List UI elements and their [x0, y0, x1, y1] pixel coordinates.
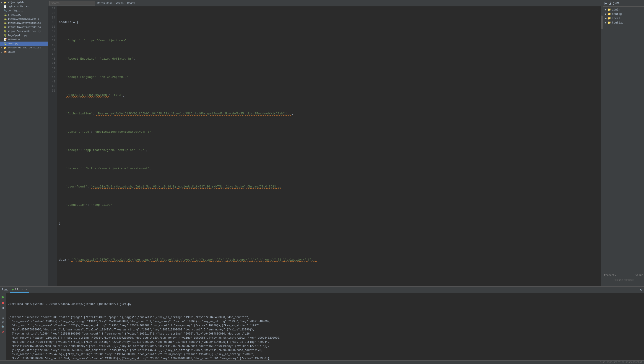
code-line-43: } [59, 221, 599, 226]
sidebar-scratches-label: Scratches and Consoles [8, 46, 41, 49]
sidebar-item-investmentsspider[interactable]: 🐍 itjuziInvestmentsSpidc [0, 25, 48, 29]
sidebar-label: logoSpyder.py [8, 34, 27, 37]
right-panel: ▶ 🗄 juzi ▶ 📁 admin ▶ 📁 config ▶ 📁 local … [603, 0, 644, 286]
property-column-header: Property [604, 274, 616, 277]
folder-icon: 📁 [4, 46, 7, 49]
run-controls: ▶ ■ ⏸ ↓ ≡ ⚙ 🔍 ✕ [0, 293, 6, 360]
code-content[interactable]: headers = { 'Origin': 'https://www.itjuz… [57, 7, 601, 286]
sidebar: ▼ 📁 ITjuziSpider 📄 .gitattributes 🔧 conf… [0, 0, 48, 286]
run-play-button[interactable]: ▶ [1, 294, 5, 300]
right-panel-db-icon: 🗄 [608, 1, 612, 6]
run-command-path: /usr/local/bin/python3.7 /Users/pasca/De… [8, 302, 642, 306]
run-output-text: {"status":"success","code":200,"data":{"… [8, 315, 642, 360]
tree-item-label: toutiao [612, 21, 623, 25]
sidebar-label: 外部库 [8, 50, 15, 54]
sidebar-item-itjuzispider[interactable]: ▼ 📁 ITjuziSpider [0, 1, 48, 5]
vertical-scrollbar[interactable] [601, 7, 603, 286]
run-stop-button[interactable]: ■ [2, 300, 5, 305]
sidebar-label: config.ini [8, 9, 23, 12]
tree-expand-icon: ▶ [605, 17, 606, 20]
sidebar-label: itjuziInvesteventSpide [8, 22, 41, 25]
code-line-34: 'Accept-Encoding': 'gzip, deflate, br', [59, 57, 599, 61]
run-step-button[interactable]: ≡ [2, 316, 4, 320]
sidebar-item-gitattributes[interactable]: 📄 .gitattributes [0, 5, 48, 9]
tree-item-admin[interactable]: ▶ 📁 admin [604, 8, 643, 12]
run-filter-button[interactable]: 🔍 [1, 325, 5, 329]
run-tab-label: ITjuzi [15, 288, 25, 291]
code-line-45: data = '{\"pagetotal\":58797,\"total\":0… [59, 258, 599, 262]
folder-icon: 📁 [608, 8, 611, 12]
line-numbers: 32 33 34 35 36 37 38 39 40 41 42 43 44 4… [48, 7, 57, 286]
folder-icon: 📦 [4, 51, 7, 54]
tree-expand-icon: ▶ [605, 21, 606, 25]
sidebar-item-investeventspider[interactable]: 🐍 itjuziInvesteventSpide [0, 21, 48, 25]
sidebar-label: ITjuzi.py [8, 14, 21, 16]
run-tab-close-button[interactable]: ✕ [26, 288, 27, 291]
tree-item-config[interactable]: ▶ 📁 config [604, 12, 643, 16]
sidebar-item-scratches[interactable]: ▶ 📁 Scratches and Consoles [0, 46, 48, 50]
sidebar-label: .gitattributes [8, 5, 29, 8]
run-output[interactable]: /usr/local/bin/python3.7 /Users/pasca/De… [6, 293, 644, 360]
python-icon: 🐍 [4, 22, 7, 25]
sidebar-item-waiku[interactable]: ▶ 📦 外部库 [0, 50, 48, 54]
sidebar-item-personsspider[interactable]: 🐍 itjuziPersonsSpider.py [0, 29, 48, 33]
search-bar: Match Case Words Regex [48, 0, 603, 7]
sidebar-item-config-ini[interactable]: 🔧 config.ini [0, 9, 48, 13]
run-settings-icon[interactable]: ⚙ [640, 288, 642, 292]
footer-text: blog.csdn.net/qingjiianchen0851 [600, 361, 642, 363]
run-panel: Run: ▶ ITjuzi ✕ ⚙ ▶ ■ ⏸ ↓ ≡ ⚙ 🔍 ✕ /usr/l… [0, 286, 644, 364]
run-settings-small-button[interactable]: ⚙ [1, 320, 5, 324]
code-line-44 [59, 239, 599, 244]
code-line-37: 'Authorization': 'Bearer eyJ0eXAiOiJKV1Q… [59, 111, 599, 116]
sidebar-label: itjuziCompanySpider.p [8, 18, 40, 20]
value-column-header: Value [636, 274, 643, 277]
tree-expand-icon: ▶ [605, 8, 606, 12]
run-body: ▶ ■ ⏸ ↓ ≡ ⚙ 🔍 ✕ /usr/local/bin/python3.7… [0, 293, 644, 360]
code-line-38: 'Content-Type': 'application/json;charse… [59, 130, 599, 134]
right-panel-title: juzi [613, 2, 620, 5]
run-clear-button[interactable]: ✕ [1, 329, 5, 334]
code-line-36: 'CURLOPT_FOLLOWLOCATION': 'true', [59, 93, 599, 98]
right-panel-expand-button[interactable]: ▶ [604, 1, 608, 6]
folder-icon: 📁 [608, 17, 611, 20]
search-input[interactable] [49, 1, 95, 6]
regex-option[interactable]: Regex [126, 1, 136, 5]
scrollbar-thumb[interactable] [601, 16, 603, 29]
words-option[interactable]: Words [115, 1, 125, 5]
props-header: Property Value [604, 274, 643, 277]
tree-item-toutiao[interactable]: ▶ 📁 toutiao [604, 21, 643, 25]
code-line-39: 'Accept': 'application/json, text/plain,… [59, 148, 599, 152]
code-line-46 [59, 276, 599, 280]
editor-area: Match Case Words Regex 32 33 34 35 36 37… [48, 0, 603, 286]
run-pause-button[interactable]: ⏸ [1, 306, 5, 310]
sidebar-item-readme[interactable]: 📝 README.md [0, 38, 48, 42]
code-line-32: headers = { [59, 20, 599, 25]
props-panel: Property Value 没有要显示的内容 [603, 273, 644, 286]
sidebar-item-logospyder[interactable]: 🐍 logoSpyder.py [0, 33, 48, 38]
tree-item-label: config [612, 13, 622, 16]
python-icon: 🐍 [4, 34, 7, 37]
folder-icon: 📁 [608, 12, 611, 16]
match-case-option[interactable]: Match Case [96, 1, 114, 5]
run-label: Run: [2, 288, 8, 291]
tree-item-local[interactable]: ▶ 📁 local [604, 16, 643, 21]
sidebar-item-itjuzi-py[interactable]: 🐍 ITjuzi.py [0, 13, 48, 17]
tree-item-label: local [612, 17, 620, 20]
sidebar-item-test-py[interactable]: 🐍 test.py [0, 42, 48, 46]
run-scroll-down-button[interactable]: ↓ [2, 311, 4, 315]
run-tab-icon: ▶ [12, 287, 14, 291]
python-icon: 🐍 [4, 26, 7, 29]
code-editor[interactable]: 32 33 34 35 36 37 38 39 40 41 42 43 44 4… [48, 7, 603, 286]
tree-item-label: admin [612, 8, 620, 12]
sidebar-item-companyspider[interactable]: 🐍 itjuziCompanySpider.p [0, 17, 48, 21]
tree-expand-icon: ▶ [605, 12, 606, 16]
code-line-42: 'Connection': 'keep-alive', [59, 203, 599, 207]
sidebar-label: itjuziPersonsSpider.py [8, 30, 41, 33]
run-panel-header: Run: ▶ ITjuzi ✕ ⚙ [0, 287, 644, 293]
right-panel-toolbar: ▶ 🗄 juzi [603, 0, 644, 7]
sidebar-label: README.md [8, 38, 21, 41]
python-icon: 🐍 [4, 17, 7, 21]
python-icon: 🐍 [4, 30, 7, 33]
run-tab-itjuzi[interactable]: ▶ ITjuzi ✕ [10, 287, 29, 293]
file-icon: 🔧 [4, 9, 7, 12]
